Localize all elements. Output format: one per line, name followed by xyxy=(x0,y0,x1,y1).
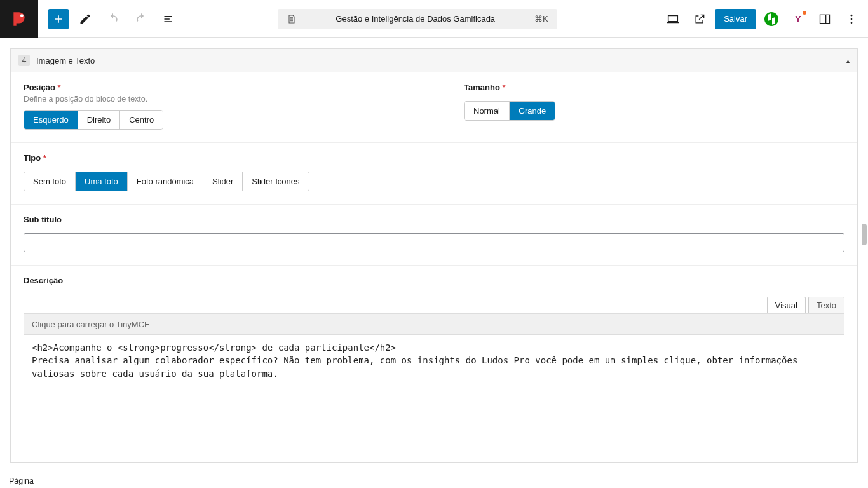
outline-button[interactable] xyxy=(158,8,180,30)
more-options-button[interactable] xyxy=(840,8,863,30)
block-header[interactable]: 4 Imagem e Texto ▴ xyxy=(10,48,858,72)
shortcut-hint: ⌘K xyxy=(534,14,548,24)
redo-icon xyxy=(135,13,147,25)
tipo-group: Sem fotoUma fotoFoto randômicaSliderSlid… xyxy=(24,172,309,191)
segment-slider-icones[interactable]: Slider Icones xyxy=(243,172,308,191)
segment-sem-foto[interactable]: Sem foto xyxy=(24,172,76,191)
required-mark: * xyxy=(43,153,46,163)
posicao-group: EsquerdoDireitoCentro xyxy=(24,110,163,130)
jetpack-icon xyxy=(764,12,778,26)
collapse-icon: ▴ xyxy=(846,57,850,64)
pencil-icon xyxy=(79,13,92,25)
editor-tab-texto[interactable]: Texto xyxy=(808,297,844,313)
editor-load-bar[interactable]: Clique para carregar o TinyMCE xyxy=(24,313,844,335)
external-icon xyxy=(693,13,706,25)
subtitulo-input[interactable] xyxy=(24,233,844,252)
yoast-icon: Y xyxy=(791,12,805,26)
panel-icon xyxy=(818,13,831,25)
svg-point-5 xyxy=(851,22,853,24)
segment-direito[interactable]: Direito xyxy=(78,111,121,129)
undo-icon xyxy=(107,13,119,25)
yoast-button[interactable]: Y xyxy=(787,8,810,30)
field-subtitulo: Sub título xyxy=(11,205,857,265)
laptop-icon xyxy=(666,12,680,26)
required-mark: * xyxy=(57,83,60,92)
device-preview-button[interactable] xyxy=(661,8,684,30)
svg-rect-1 xyxy=(820,15,830,23)
block-title: Imagem e Texto xyxy=(36,56,95,65)
field-description: Define a posição do bloco de texto. xyxy=(24,95,438,104)
tamanho-group: NormalGrande xyxy=(464,101,555,121)
add-block-button[interactable] xyxy=(48,9,69,29)
document-title: Gestão e Inteligência de Dados Gamificad… xyxy=(303,14,528,24)
segment-centro[interactable]: Centro xyxy=(120,111,163,129)
toolbar-center: Gestão e Inteligência de Dados Gamificad… xyxy=(180,9,654,29)
editor-tabs: VisualTexto xyxy=(24,297,844,313)
toolbar-right: Salvar Y xyxy=(654,8,863,30)
block-body: Posição * Define a posição do bloco de t… xyxy=(10,72,858,463)
redo-button[interactable] xyxy=(130,8,153,30)
svg-point-4 xyxy=(851,18,853,20)
document-title-bar[interactable]: Gestão e Inteligência de Dados Gamificad… xyxy=(278,9,557,29)
segment-grande[interactable]: Grande xyxy=(510,102,555,120)
segment-foto-randômica[interactable]: Foto randômica xyxy=(128,172,203,191)
field-tamanho: Tamanho * NormalGrande xyxy=(451,72,857,142)
save-button[interactable]: Salvar xyxy=(715,9,756,29)
toolbar-left xyxy=(38,8,180,30)
logo-icon xyxy=(11,11,27,27)
app-logo[interactable] xyxy=(0,0,38,38)
editor-content[interactable]: <h2>Acompanhe o <strong>progresso</stron… xyxy=(24,335,844,449)
block-number: 4 xyxy=(18,55,30,66)
list-icon xyxy=(163,13,175,25)
top-toolbar: Gestão e Inteligência de Dados Gamificad… xyxy=(0,0,868,38)
edit-button[interactable] xyxy=(74,8,97,30)
plus-icon xyxy=(52,13,65,25)
segment-normal[interactable]: Normal xyxy=(465,102,510,120)
undo-button[interactable] xyxy=(102,8,125,30)
svg-point-3 xyxy=(851,14,853,16)
svg-point-0 xyxy=(20,14,24,17)
field-descricao: Descrição VisualTexto Clique para carreg… xyxy=(11,266,857,462)
main-content: 4 Imagem e Texto ▴ Posição * Define a po… xyxy=(0,38,868,473)
field-posicao: Posição * Define a posição do bloco de t… xyxy=(11,72,451,142)
field-tipo: Tipo * Sem fotoUma fotoFoto randômicaSli… xyxy=(11,143,857,204)
segment-esquerdo[interactable]: Esquerdo xyxy=(24,111,78,129)
more-vertical-icon xyxy=(845,13,858,25)
page-icon xyxy=(287,14,297,24)
external-link-button[interactable] xyxy=(688,8,711,30)
required-mark: * xyxy=(502,83,505,92)
segment-slider[interactable]: Slider xyxy=(203,172,243,191)
sidebar-toggle-button[interactable] xyxy=(813,8,836,30)
scroll-thumb[interactable] xyxy=(862,224,867,245)
editor-tab-visual[interactable]: Visual xyxy=(767,297,806,313)
segment-uma-foto[interactable]: Uma foto xyxy=(76,172,128,191)
jetpack-button[interactable] xyxy=(760,8,783,30)
